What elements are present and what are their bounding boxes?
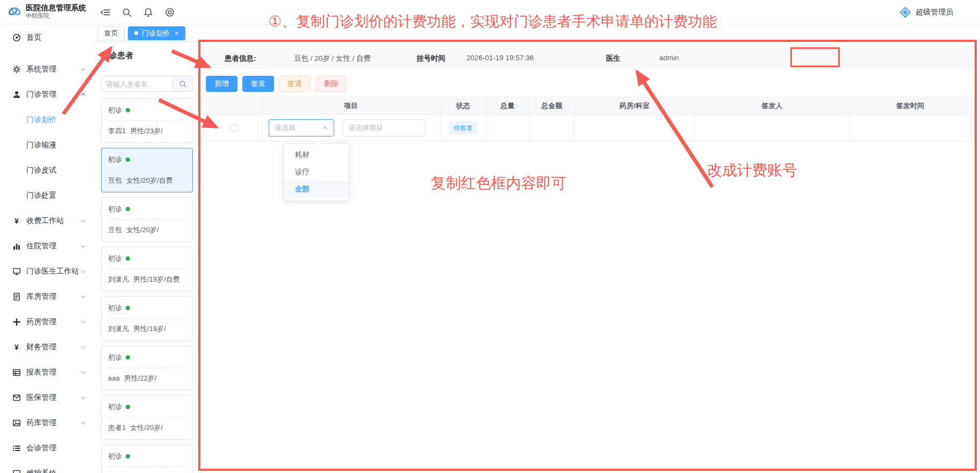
sidebar-item[interactable]: 会诊管理 bbox=[0, 435, 94, 461]
gear-icon bbox=[12, 64, 21, 74]
sidebar-item[interactable]: ¥ 财务管理 bbox=[0, 334, 94, 360]
table-row: 请选择 待签发 bbox=[206, 114, 971, 141]
chevron-down-icon bbox=[80, 344, 87, 350]
sidebar-item-label: 住院管理 bbox=[26, 241, 80, 251]
patient-name: 刘潇凡 bbox=[108, 325, 129, 333]
sidebar-item[interactable]: 维护系统 bbox=[0, 461, 94, 473]
tab-home[interactable]: 首页 bbox=[98, 26, 125, 40]
patient-desc: 女性/20岁/自费 bbox=[126, 176, 173, 184]
checkout-button[interactable]: 签退 bbox=[279, 76, 311, 92]
patient-name: aaa bbox=[108, 374, 120, 382]
dashboard-icon bbox=[12, 33, 21, 42]
doctor-value: admin bbox=[659, 54, 679, 62]
visit-type-label: 初诊 bbox=[108, 105, 122, 115]
sidebar-item[interactable]: 医保管理 bbox=[0, 385, 94, 410]
sidebar-item[interactable]: 住院管理 bbox=[0, 233, 94, 259]
hospital-information-system: 医院信息管理系统 中联医院 超级管理员 | bbox=[0, 0, 980, 473]
sidebar-item[interactable]: 门诊医生工作站 bbox=[0, 259, 94, 284]
sidebar-item[interactable]: 系统管理 bbox=[0, 56, 94, 82]
chevron-up-icon bbox=[80, 91, 87, 98]
category-dropdown: 耗材诊疗全部 bbox=[284, 143, 349, 201]
sidebar-item[interactable]: ¥ 收费工作站 bbox=[0, 208, 94, 233]
category-select[interactable]: 请选择 bbox=[269, 119, 334, 137]
current-user: 超级管理员 bbox=[916, 8, 953, 17]
sidebar-item-label: 医保管理 bbox=[26, 393, 80, 403]
column-header: 项目 bbox=[262, 97, 441, 114]
search-icon bbox=[179, 80, 187, 88]
sidebar-item[interactable]: 首页 bbox=[0, 25, 94, 50]
sidebar-item[interactable]: 药房管理 bbox=[0, 309, 94, 334]
sidebar-item[interactable]: 库房管理 bbox=[0, 284, 94, 309]
billing-table: 项目状态总量总金额药房/科室签发人签发时间 请选择 待签发 bbox=[206, 97, 971, 141]
patient-search-button[interactable] bbox=[172, 76, 192, 91]
sidebar-nav: 首页 系统管理 门诊管理 门诊划价 门诊输液 门诊皮试 门诊处置 bbox=[0, 25, 94, 473]
sidebar-item[interactable]: 门诊输液 bbox=[0, 132, 94, 157]
divider bbox=[108, 417, 186, 418]
patient-desc: 男性/19岁/ bbox=[133, 325, 166, 333]
document-icon bbox=[12, 292, 21, 301]
patient-card[interactable]: 初诊 豆包女性/20岁/自费 bbox=[101, 148, 193, 192]
header-toolbar bbox=[100, 0, 175, 25]
visit-type-label: 初诊 bbox=[108, 254, 122, 263]
patient-card[interactable]: 初诊 豆包女性/20岁/ bbox=[101, 197, 193, 242]
delete-button[interactable]: 删除 bbox=[315, 76, 347, 92]
sidebar-item-label: 门诊管理 bbox=[26, 90, 80, 99]
plus-icon bbox=[12, 317, 21, 326]
patient-search-input[interactable] bbox=[102, 76, 172, 91]
registration-time-label: 挂号时间 bbox=[416, 54, 445, 63]
main-content: 患者信息: 豆包 / 20岁 / 女性 / 自费 挂号时间 2026-01-19… bbox=[201, 43, 975, 473]
column-header: 状态 bbox=[441, 97, 486, 114]
column-header bbox=[206, 97, 262, 114]
divider bbox=[108, 170, 186, 170]
table-header-row: 项目状态总量总金额药房/科室签发人签发时间 bbox=[206, 97, 971, 114]
patient-card[interactable]: 初诊 李四1男性/23岁/ bbox=[101, 98, 193, 143]
user-menu[interactable]: 超级管理员 bbox=[899, 0, 953, 25]
sidebar-item[interactable]: 门诊管理 bbox=[0, 82, 94, 107]
sidebar-item[interactable]: 门诊处置 bbox=[0, 183, 94, 208]
row-checkbox[interactable] bbox=[230, 124, 237, 132]
dropdown-option[interactable]: 诊疗 bbox=[284, 163, 349, 181]
sidebar-item-label: 门诊医生工作站 bbox=[26, 267, 80, 276]
sidebar-item[interactable]: 报表管理 bbox=[0, 360, 94, 385]
patient-card[interactable]: 初诊 患者1女性/20岁/ bbox=[101, 395, 193, 440]
list-icon bbox=[12, 443, 21, 453]
sidebar-item-label: 门诊处置 bbox=[26, 191, 87, 200]
patient-card[interactable]: 初诊 刘潇凡男性/19岁/自费 bbox=[101, 247, 193, 291]
bell-icon[interactable] bbox=[143, 7, 154, 18]
patient-panel: 现诊患者 初诊 李四1男性/23岁/ 初诊 豆包女性/20岁/自费 bbox=[94, 42, 199, 473]
visit-type-label: 初诊 bbox=[108, 452, 122, 461]
patient-card[interactable]: 初诊 aaa男性/22岁/ bbox=[101, 346, 193, 390]
report-icon bbox=[12, 368, 21, 377]
sidebar-item[interactable]: 药库管理 bbox=[0, 410, 94, 435]
sidebar-item-label: 报表管理 bbox=[26, 368, 80, 377]
patient-card[interactable]: 初诊 刘潇凡男性/19岁/ bbox=[101, 296, 193, 341]
dropdown-option[interactable]: 耗材 bbox=[284, 146, 349, 163]
add-button[interactable]: 新增 bbox=[206, 76, 237, 92]
close-icon[interactable]: × bbox=[175, 30, 179, 37]
column-header: 总金额 bbox=[529, 97, 575, 114]
sidebar-item[interactable]: 门诊皮试 bbox=[0, 157, 94, 183]
collapse-menu-icon[interactable] bbox=[100, 7, 111, 18]
item-input[interactable] bbox=[342, 119, 426, 137]
yen-icon: ¥ bbox=[12, 342, 21, 352]
sidebar-item[interactable]: 门诊划价 bbox=[0, 107, 94, 132]
image-icon bbox=[12, 418, 21, 427]
divider bbox=[108, 120, 186, 121]
patient-card[interactable]: 初诊 bbox=[101, 445, 193, 473]
dropdown-option[interactable]: 全部 bbox=[284, 181, 349, 198]
action-toolbar: 新增 签发 签退 删除 bbox=[206, 76, 347, 92]
patient-list: 初诊 李四1男性/23岁/ 初诊 豆包女性/20岁/自费 初诊 bbox=[101, 98, 193, 473]
svg-text:¥: ¥ bbox=[15, 217, 19, 225]
search-icon[interactable] bbox=[121, 7, 132, 18]
medical-cross-icon bbox=[899, 6, 911, 18]
sidebar-item-label: 系统管理 bbox=[26, 64, 80, 74]
sidebar-item-label: 库房管理 bbox=[26, 292, 80, 302]
patient-info-value: 豆包 / 20岁 / 女性 / 自费 bbox=[294, 54, 371, 63]
divider bbox=[108, 368, 186, 368]
issue-button[interactable]: 签发 bbox=[242, 76, 274, 92]
settings-icon[interactable] bbox=[164, 7, 175, 18]
tab-outpatient-pricing[interactable]: 门诊划价 × bbox=[128, 26, 185, 40]
svg-text:¥: ¥ bbox=[15, 343, 19, 352]
bar-chart-icon bbox=[12, 241, 21, 250]
doctor-label: 医生 bbox=[606, 54, 621, 63]
